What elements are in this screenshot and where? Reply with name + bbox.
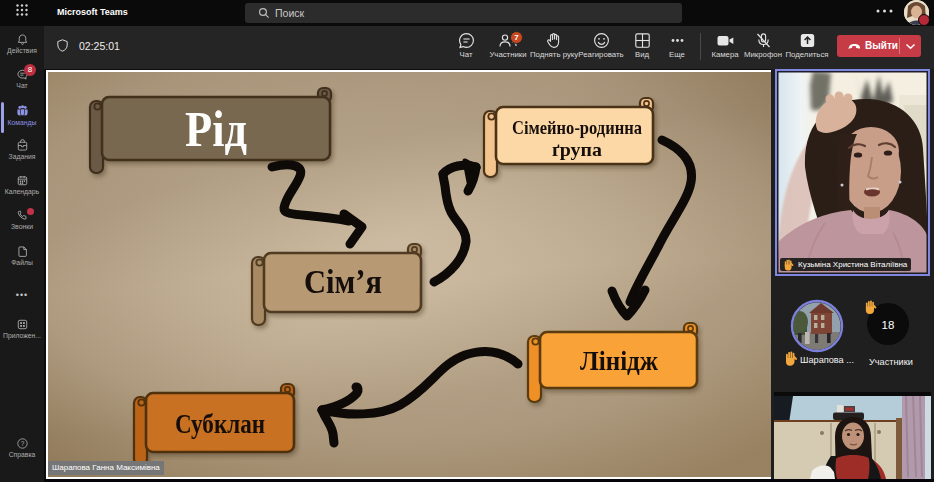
svg-text:Рід: Рід bbox=[185, 101, 247, 157]
svg-text:Сімейно-родинна: Сімейно-родинна bbox=[512, 117, 642, 138]
svg-text:Шарапова ...: Шарапова ... bbox=[800, 355, 854, 365]
svg-text:Сімʼя: Сімʼя bbox=[304, 264, 382, 300]
svg-text:Участники: Участники bbox=[869, 357, 913, 367]
svg-text:?: ? bbox=[20, 440, 24, 447]
svg-text:ґрупа: ґрупа bbox=[552, 139, 602, 160]
svg-text:Субклан: Субклан bbox=[175, 408, 265, 439]
svg-text:18: 18 bbox=[882, 319, 895, 331]
svg-text:Лінідж: Лінідж bbox=[580, 345, 659, 376]
